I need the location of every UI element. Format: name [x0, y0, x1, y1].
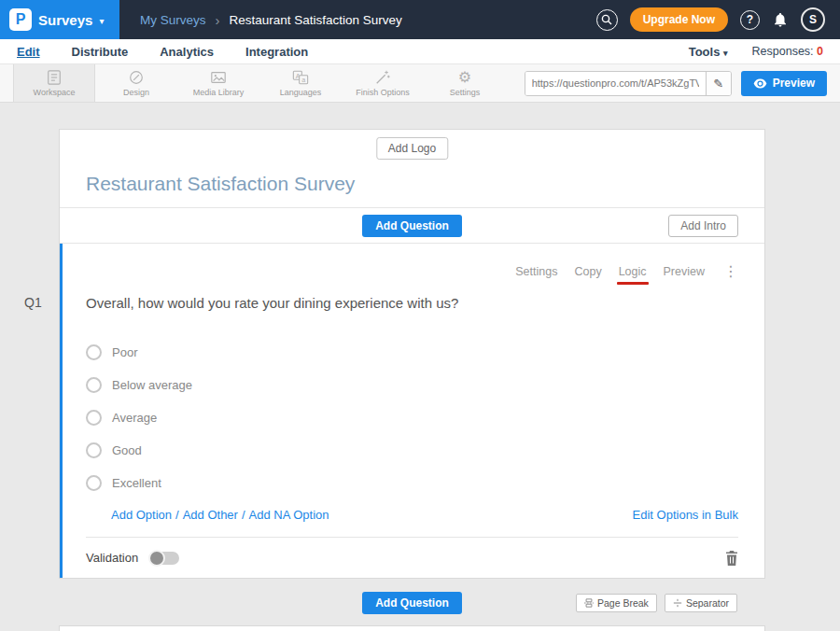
add-other-link[interactable]: Add Other [183, 508, 238, 522]
caret-down-icon: ▾ [723, 49, 728, 58]
responses-counter[interactable]: Responses: 0 [752, 45, 823, 58]
overflow-menu-icon[interactable]: ⋮ [723, 262, 738, 280]
product-switcher[interactable]: P Surveys ▾ [0, 0, 119, 39]
design-icon [128, 69, 145, 86]
trash-icon [725, 551, 738, 566]
workspace-icon [46, 69, 63, 86]
tab-analytics[interactable]: Analytics [160, 45, 214, 59]
add-question-button-bottom[interactable]: Add Question [362, 592, 462, 614]
page-structure-buttons: Page Break Separator [576, 594, 737, 612]
tools-menu[interactable]: Tools ▾ [689, 45, 728, 59]
toolbar-item-workspace[interactable]: Workspace [13, 64, 95, 102]
radio-icon[interactable] [86, 377, 102, 393]
languages-icon: Aa [292, 69, 309, 86]
option-links-row: Add Option/Add Other/Add NA Option Edit … [86, 508, 738, 522]
question-block-q1: Q1 Settings Copy Logic Preview ⋮ Overall… [60, 244, 764, 578]
help-button[interactable]: ? [740, 10, 760, 30]
add-option-links: Add Option/Add Other/Add NA Option [111, 508, 329, 522]
radio-icon[interactable] [86, 410, 102, 426]
user-avatar[interactable]: S [801, 7, 825, 32]
add-question-row-bottom: Add Question Page Break Separator [59, 592, 765, 614]
validation-label: Validation [86, 551, 138, 565]
radio-icon[interactable] [86, 442, 102, 458]
delete-question-button[interactable] [725, 551, 738, 566]
add-logo-button[interactable]: Add Logo [376, 137, 448, 160]
validation-toggle[interactable] [149, 552, 179, 565]
toolbar-right: ✎ Preview [525, 64, 840, 102]
option-row-good[interactable]: Good [86, 442, 738, 458]
notifications-button[interactable] [772, 11, 789, 28]
pencil-icon: ✎ [713, 77, 723, 91]
page-break-icon [584, 598, 594, 608]
add-na-option-link[interactable]: Add NA Option [249, 508, 329, 522]
media-library-icon [210, 69, 227, 86]
survey-editor-canvas: Add Logo Restaurant Satisfaction Survey … [0, 103, 840, 631]
bell-icon [772, 11, 789, 28]
responses-count: 0 [817, 45, 823, 58]
option-row-average[interactable]: Average [86, 410, 738, 426]
question-text[interactable]: Overall, how would you rate your dining … [86, 295, 738, 311]
finish-options-icon [374, 69, 391, 86]
question-action-menu: Settings Copy Logic Preview ⋮ [86, 262, 738, 280]
edit-url-button[interactable]: ✎ [706, 72, 731, 95]
tab-integration[interactable]: Integration [245, 45, 308, 59]
option-row-poor[interactable]: Poor [86, 344, 738, 360]
caret-down-icon: ▾ [99, 16, 104, 26]
breadcrumb-my-surveys[interactable]: My Surveys [140, 13, 206, 27]
toolbar-item-settings[interactable]: ⚙ Settings [424, 64, 506, 102]
question-copy-link[interactable]: Copy [574, 265, 601, 278]
toggle-knob [148, 550, 165, 567]
breadcrumb-survey-title: Restaurant Satisfaction Survey [230, 13, 402, 27]
svg-text:a: a [301, 76, 305, 84]
page-break-button[interactable]: Page Break [576, 594, 657, 612]
next-survey-section [59, 625, 765, 631]
question-number-label: Q1 [24, 295, 42, 310]
survey-card: Add Logo Restaurant Satisfaction Survey … [59, 129, 765, 579]
breadcrumb: My Surveys › Restaurant Satisfaction Sur… [140, 12, 402, 28]
eye-icon [753, 78, 767, 89]
survey-url-input[interactable] [525, 72, 706, 95]
search-button[interactable] [596, 9, 618, 31]
tab-distribute[interactable]: Distribute [72, 45, 129, 59]
toolbar-item-finish-options[interactable]: Finish Options [342, 64, 424, 102]
topbar-actions: Upgrade Now ? S [596, 7, 840, 32]
search-icon [601, 14, 612, 25]
toolbar-item-languages[interactable]: Aa Languages [259, 64, 342, 102]
link-separator: / [242, 508, 245, 522]
add-question-button-top[interactable]: Add Question [362, 215, 462, 237]
logic-annotation-underline [617, 282, 649, 285]
separator-button[interactable]: Separator [665, 594, 737, 612]
product-name: Surveys [38, 12, 92, 28]
question-preview-link[interactable]: Preview [664, 265, 705, 278]
answer-options: Poor Below average Average Good Excellen… [86, 344, 738, 491]
upgrade-now-button[interactable]: Upgrade Now [630, 7, 728, 32]
toolbar-item-media-library[interactable]: Media Library [177, 64, 259, 102]
top-bar: P Surveys ▾ My Surveys › Restaurant Sati… [0, 0, 840, 39]
option-row-below-average[interactable]: Below average [86, 377, 738, 393]
questionpro-logo: P [9, 8, 32, 31]
gear-icon: ⚙ [458, 69, 471, 86]
preview-button[interactable]: Preview [741, 71, 827, 96]
survey-url-box: ✎ [525, 71, 732, 96]
survey-header-section: Add Logo Restaurant Satisfaction Survey [60, 130, 764, 208]
edit-options-in-bulk-link[interactable]: Edit Options in Bulk [633, 508, 738, 522]
option-row-excellent[interactable]: Excellent [86, 475, 738, 491]
link-separator: / [175, 508, 179, 522]
add-option-link[interactable]: Add Option [111, 508, 172, 522]
toolbar-item-design[interactable]: Design [95, 64, 177, 102]
validation-row: Validation [86, 537, 738, 578]
survey-title[interactable]: Restaurant Satisfaction Survey [86, 173, 355, 195]
separator-icon [673, 598, 682, 608]
question-settings-link[interactable]: Settings [515, 265, 557, 278]
main-nav: Edit Distribute Analytics Integration To… [0, 39, 840, 64]
chevron-right-icon: › [216, 12, 220, 28]
tab-edit[interactable]: Edit [17, 45, 40, 59]
add-intro-button[interactable]: Add Intro [668, 215, 738, 237]
question-logic-link[interactable]: Logic [619, 265, 647, 278]
radio-icon[interactable] [86, 475, 102, 491]
workspace-toolbar: Workspace Design Media Library Aa Langua… [0, 64, 840, 103]
radio-icon[interactable] [86, 344, 102, 360]
nav-right: Tools ▾ Responses: 0 [689, 45, 823, 59]
add-question-row-top: Add Question Add Intro [60, 208, 764, 244]
